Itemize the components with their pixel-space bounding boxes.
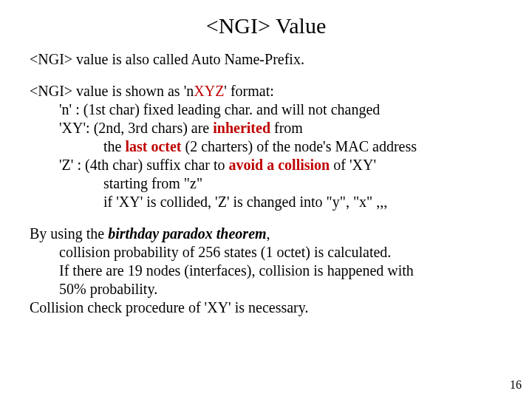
birthday-theorem: birthday paradox theorem bbox=[108, 225, 266, 242]
intro-paragraph: <NGI> value is also called Auto Name-Pre… bbox=[30, 50, 502, 69]
format-xy: XY bbox=[194, 83, 215, 99]
xy-line: 'XY': (2nd, 3rd chars) are inherited fro… bbox=[30, 119, 502, 137]
slide: <NGI> Value <NGI> value is also called A… bbox=[0, 0, 532, 399]
page-number: 16 bbox=[510, 378, 522, 392]
birthday-line-2: collision probability of 256 states (1 o… bbox=[30, 243, 502, 262]
birthday-line-5: Collision check procedure of 'XY' is nec… bbox=[30, 299, 502, 317]
birthday-paragraph: By using the birthday paradox theorem, c… bbox=[30, 225, 502, 317]
n-line: 'n' : (1st char) fixed leading char. and… bbox=[30, 100, 502, 119]
intro-line: <NGI> value is also called Auto Name-Pre… bbox=[30, 50, 502, 69]
birthday-l1c: , bbox=[267, 225, 270, 242]
xy-sub-lastoctet: last octet bbox=[125, 138, 181, 154]
xy-sub-pre: the bbox=[103, 138, 125, 154]
format-tail: ' format: bbox=[224, 83, 273, 99]
format-lead: <NGI> value is shown as 'n bbox=[30, 83, 194, 99]
xy-sub-line: the last octet (2 charters) of the node'… bbox=[30, 137, 502, 156]
birthday-line-1: By using the birthday paradox theorem, bbox=[30, 225, 502, 243]
xy-sub-post: (2 charters) of the node's MAC address bbox=[182, 138, 417, 154]
z-post: of 'XY' bbox=[330, 157, 376, 173]
z-avoid: avoid a collision bbox=[229, 157, 330, 173]
birthday-line-3: If there are 19 nodes (interfaces), coll… bbox=[30, 262, 502, 280]
xy-pre: 'XY': (2nd, 3rd chars) are bbox=[59, 120, 213, 136]
xy-post: from bbox=[270, 120, 303, 136]
z-line: 'Z' : (4th char) suffix char to avoid a … bbox=[30, 156, 502, 174]
slide-body: <NGI> value is also called Auto Name-Pre… bbox=[30, 50, 502, 317]
format-paragraph: <NGI> value is shown as 'nXYZ' format: '… bbox=[30, 82, 502, 211]
z-sub-1: starting from "z" bbox=[30, 174, 502, 193]
z-pre: 'Z' : (4th char) suffix char to bbox=[59, 157, 229, 173]
slide-title: <NGI> Value bbox=[30, 13, 502, 38]
format-lead-line: <NGI> value is shown as 'nXYZ' format: bbox=[30, 82, 502, 100]
format-z: Z bbox=[215, 83, 224, 99]
birthday-line-4: 50% probability. bbox=[30, 280, 502, 299]
xy-inherited: inherited bbox=[213, 120, 270, 136]
birthday-l1a: By using the bbox=[30, 225, 108, 242]
z-sub-2: if 'XY' is collided, 'Z' is changed into… bbox=[30, 193, 502, 211]
